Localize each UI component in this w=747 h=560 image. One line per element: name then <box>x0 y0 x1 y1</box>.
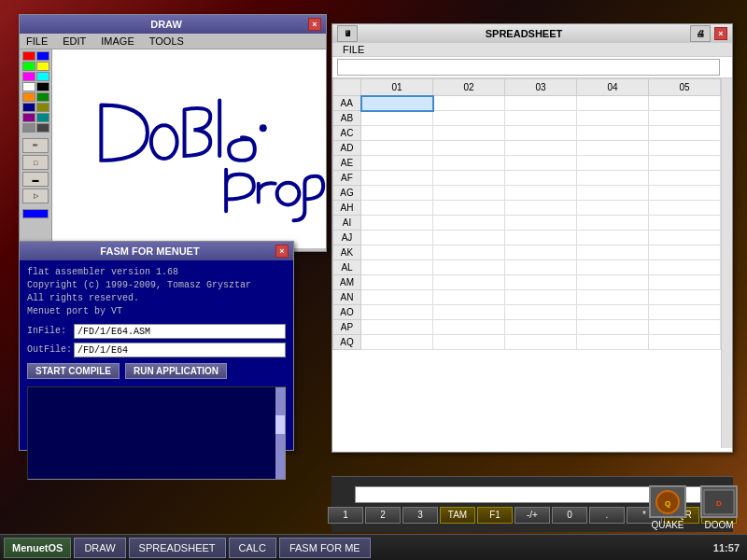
cell-AN-5[interactable] <box>649 290 721 305</box>
cell-AI-5[interactable] <box>649 216 721 231</box>
tool-eraser[interactable]: □ <box>22 155 49 170</box>
cell-AD-5[interactable] <box>649 141 721 156</box>
draw-menu-tools[interactable]: TOOLS <box>146 35 188 48</box>
cell-AA-1[interactable] <box>361 96 433 111</box>
cell-AC-4[interactable] <box>577 126 649 141</box>
ss-print-icon[interactable]: 🖨 <box>690 25 711 42</box>
ss-menu-file[interactable]: FILE <box>337 43 370 56</box>
taskbar-btn-spreadsheet[interactable]: SPREADSHEET <box>129 538 226 558</box>
cell-AA-4[interactable] <box>577 96 649 111</box>
cell-AC-5[interactable] <box>649 126 721 141</box>
tool-select[interactable]: ▷ <box>22 189 49 203</box>
cell-AG-2[interactable] <box>433 186 505 201</box>
cell-AQ-4[interactable] <box>577 335 649 350</box>
run-application-button[interactable]: RUN APPLICATION <box>125 363 227 379</box>
cell-AG-4[interactable] <box>577 186 649 201</box>
cell-AD-4[interactable] <box>577 141 649 156</box>
color-magenta[interactable] <box>22 72 35 81</box>
cell-AI-4[interactable] <box>577 216 649 231</box>
current-color[interactable] <box>22 209 49 218</box>
color-green[interactable] <box>22 62 35 71</box>
cell-AE-1[interactable] <box>361 156 433 171</box>
cell-AN-2[interactable] <box>433 290 505 305</box>
cell-AQ-5[interactable] <box>649 335 721 350</box>
cell-AB-2[interactable] <box>433 111 505 126</box>
cell-AL-1[interactable] <box>361 260 433 275</box>
cell-AI-3[interactable] <box>505 216 577 231</box>
cell-AA-2[interactable] <box>433 96 505 111</box>
color-olive[interactable] <box>36 103 49 112</box>
cell-AE-4[interactable] <box>577 156 649 171</box>
color-darkgreen[interactable] <box>36 92 49 102</box>
cell-AC-2[interactable] <box>433 126 505 141</box>
color-black[interactable] <box>36 82 49 91</box>
cell-AH-5[interactable] <box>649 201 721 216</box>
cell-AP-1[interactable] <box>361 320 433 335</box>
cell-AM-1[interactable] <box>361 275 433 290</box>
cell-AD-1[interactable] <box>361 141 433 156</box>
calc-btn-f1[interactable]: F1 <box>477 507 513 524</box>
tool-pencil[interactable]: ✏ <box>22 138 49 153</box>
color-white[interactable] <box>22 82 35 91</box>
calc-btn-tam[interactable]: TAM <box>440 507 475 524</box>
cell-AJ-1[interactable] <box>361 231 433 245</box>
cell-AB-4[interactable] <box>577 111 649 126</box>
cell-AL-2[interactable] <box>433 260 505 275</box>
fasm-infile-input[interactable] <box>74 324 286 339</box>
cell-AQ-2[interactable] <box>433 335 505 350</box>
draw-close-button[interactable]: × <box>308 18 321 31</box>
cell-AL-5[interactable] <box>649 260 721 275</box>
cell-AF-4[interactable] <box>577 171 649 186</box>
calc-btn-dot[interactable]: . <box>589 507 625 524</box>
color-darkgray[interactable] <box>36 123 49 133</box>
color-blue[interactable] <box>36 51 49 61</box>
cell-AC-1[interactable] <box>361 126 433 141</box>
cell-AK-2[interactable] <box>433 245 505 260</box>
ss-scrollbar-vertical[interactable] <box>721 78 732 448</box>
fasm-outfile-input[interactable] <box>74 343 286 357</box>
taskbar-btn-fasm[interactable]: FASM FOR ME <box>279 538 371 558</box>
cell-AO-3[interactable] <box>505 305 577 320</box>
draw-menu-file[interactable]: FILE <box>22 35 51 48</box>
cell-AC-3[interactable] <box>505 126 577 141</box>
cell-AJ-4[interactable] <box>577 231 649 245</box>
cell-AI-2[interactable] <box>433 216 505 231</box>
cell-AF-5[interactable] <box>649 171 721 186</box>
color-gray[interactable] <box>22 123 35 133</box>
cell-AJ-2[interactable] <box>433 231 505 245</box>
cell-AG-3[interactable] <box>505 186 577 201</box>
cell-AP-4[interactable] <box>577 320 649 335</box>
cell-AB-3[interactable] <box>505 111 577 126</box>
cell-AN-4[interactable] <box>577 290 649 305</box>
cell-AO-5[interactable] <box>649 305 721 320</box>
fasm-close-button[interactable]: × <box>275 245 289 258</box>
cell-AD-3[interactable] <box>505 141 577 156</box>
tool-fill[interactable]: ▬ <box>22 172 49 187</box>
calc-btn-0[interactable]: 0 <box>552 507 587 524</box>
doom-icon[interactable]: D DOOM <box>700 485 738 530</box>
cell-AF-1[interactable] <box>361 171 433 186</box>
cell-AL-3[interactable] <box>505 260 577 275</box>
cell-AN-3[interactable] <box>505 290 577 305</box>
cell-AA-3[interactable] <box>505 96 577 111</box>
cell-AB-1[interactable] <box>361 111 433 126</box>
cell-AK-4[interactable] <box>577 245 649 260</box>
taskbar-btn-calc[interactable]: CALC <box>229 538 276 558</box>
color-cyan[interactable] <box>36 72 49 81</box>
fasm-scrollbar[interactable] <box>275 387 285 479</box>
color-orange[interactable] <box>22 92 35 102</box>
color-teal[interactable] <box>36 113 49 122</box>
cell-AF-3[interactable] <box>505 171 577 186</box>
cell-AL-4[interactable] <box>577 260 649 275</box>
cell-AG-5[interactable] <box>649 186 721 201</box>
cell-AI-1[interactable] <box>361 216 433 231</box>
color-purple[interactable] <box>22 113 35 122</box>
cell-AM-5[interactable] <box>649 275 721 290</box>
cell-AP-2[interactable] <box>433 320 505 335</box>
cell-AH-4[interactable] <box>577 201 649 216</box>
cell-AO-2[interactable] <box>433 305 505 320</box>
taskbar-btn-draw[interactable]: DRAW <box>74 538 125 558</box>
cell-AQ-3[interactable] <box>505 335 577 350</box>
ss-formula-input[interactable] <box>337 59 720 76</box>
cell-AE-3[interactable] <box>505 156 577 171</box>
